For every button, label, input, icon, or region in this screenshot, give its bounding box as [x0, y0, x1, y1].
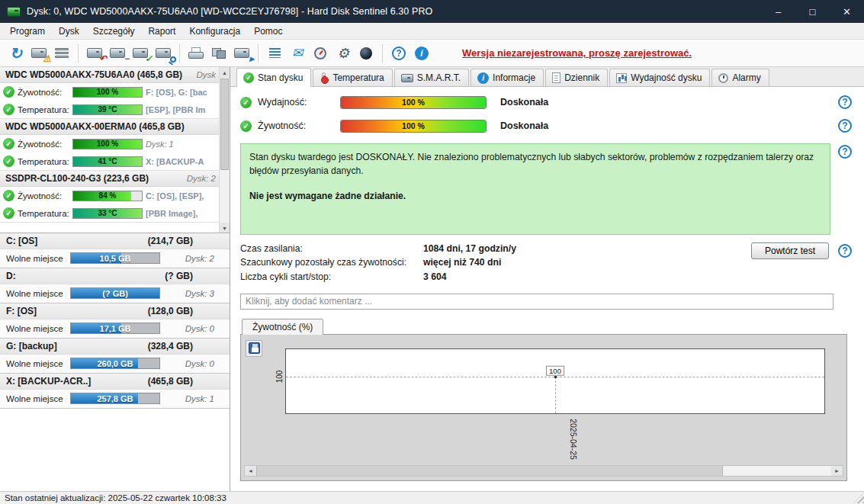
tab-smart[interactable]: S.M.A.R.T. [394, 69, 469, 86]
toolbar: ↻ ⚠ ↶ − ✓ ▸ ✉ ⚙ ? i Wersja niezarejestro… [0, 40, 864, 67]
menu-konfiguracja[interactable]: Konfiguracja [182, 24, 247, 39]
save-chart-button[interactable] [246, 340, 262, 357]
performance-button[interactable] [309, 42, 332, 65]
performance-label: Wydajność: [258, 97, 334, 108]
help-button[interactable]: ? [387, 42, 410, 65]
disk-title: WDC WD5000AAKX-75U6AA0 (465,8 GB) [5, 69, 182, 80]
print-button[interactable] [185, 42, 207, 65]
menu-program[interactable]: Program [3, 24, 52, 39]
unregistered-warning-link[interactable]: Wersja niezarejestrowana, proszę zarejes… [462, 47, 692, 59]
health-chart-panel: 100 100 2025-04-25 ◄ ► [240, 334, 847, 481]
scroll-down-icon[interactable]: ▼ [220, 223, 230, 233]
disk-remove-button[interactable]: − [106, 42, 129, 65]
toolbar-separator [179, 44, 180, 63]
tab-informacje[interactable]: iInformacje [471, 69, 544, 86]
maximize-button[interactable]: □ [795, 0, 830, 23]
health-bar: 100 % [72, 139, 143, 149]
health-gauge: 100 % [340, 120, 487, 133]
menu-raport[interactable]: Raport [141, 24, 182, 39]
tab-alarmy[interactable]: Alarmy [711, 69, 769, 86]
health-rating: Doskonała [500, 120, 548, 131]
free-space-bar: 17,1 GB [70, 323, 160, 334]
partition-entry-g[interactable]: G: [backup](328,4 GB) Wolne miejsce 260,… [0, 339, 230, 374]
disk-list-button[interactable] [50, 42, 73, 65]
disk-entry-2[interactable]: SSDPR-CL100-240-G3 (223,6 GB)Dysk: 2 ✓ Ż… [0, 171, 230, 223]
scroll-up-icon[interactable]: ▲ [220, 67, 230, 78]
performance-help-icon[interactable]: ? [838, 95, 852, 109]
tab-temperatura[interactable]: Temperatura [313, 69, 392, 86]
partition-disk-number: Dysk: 2 [185, 254, 222, 263]
health-help-icon[interactable]: ? [838, 119, 852, 133]
menu-dysk[interactable]: Dysk [52, 24, 86, 39]
settings-button[interactable]: ⚙ [332, 42, 355, 65]
device-button[interactable]: ▸ [230, 42, 253, 65]
toolbar-separator [258, 44, 259, 63]
disk-warning-button[interactable]: ⚠ [27, 42, 50, 65]
sphere-icon [360, 47, 372, 59]
summary-text: Stan dysku twardego jest DOSKONAŁY. Nie … [249, 151, 821, 178]
partition-disk-number: Dysk: 0 [185, 359, 222, 368]
scroll-left-icon[interactable]: ◄ [245, 466, 256, 476]
partition-name: D: [6, 271, 16, 281]
summary-action: Nie jest wymagane żadne działanie. [249, 190, 821, 204]
summary-help-icon[interactable]: ? [838, 145, 852, 159]
hardware-button[interactable] [207, 42, 230, 65]
send-mail-button[interactable]: ✉ [286, 42, 309, 65]
refresh-button[interactable]: ↻ [5, 42, 27, 65]
temp-label: Temperatura: [18, 209, 69, 218]
alarm-clock-icon [718, 73, 728, 83]
summary-section: Stan dysku twardego jest DOSKONAŁY. Nie … [240, 143, 852, 235]
toolbar-separator [78, 44, 79, 63]
network-button[interactable] [355, 42, 377, 65]
about-button[interactable]: i [410, 42, 433, 65]
partition-entry-x[interactable]: X: [BACKUP-ACR..](465,8 GB) Wolne miejsc… [0, 374, 230, 409]
disk-undo-button[interactable]: ↶ [83, 42, 106, 65]
scrollbar-thumb[interactable] [256, 466, 723, 476]
partition-entry-c[interactable]: C: [OS](214,7 GB) Wolne miejsce 10,5 GB … [0, 233, 230, 268]
performance-row: ✓ Wydajność: 100 % Doskonała ? [240, 94, 864, 111]
comment-input[interactable] [240, 294, 833, 310]
chart-scrollbar[interactable]: ◄ ► [244, 465, 843, 477]
menu-pomoc[interactable]: Pomoc [247, 24, 289, 39]
partition-disk-number: Dysk: 3 [185, 289, 222, 298]
tab-label: Informacje [493, 72, 535, 83]
tab-stan-dysku[interactable]: ✓Stan dysku [236, 68, 311, 87]
chart-tab-zywotnosc[interactable]: Żywotność (%) [242, 319, 323, 335]
refresh-icon: ↻ [10, 46, 23, 61]
free-space-label: Wolne miejsce [6, 359, 66, 368]
tab-label: Alarmy [732, 72, 760, 83]
disk-search-button[interactable] [152, 42, 175, 65]
report-button[interactable] [263, 42, 286, 65]
resize-grip[interactable] [853, 493, 864, 503]
disk-list-scrollbar[interactable]: ▲ ▼ [219, 67, 230, 233]
close-button[interactable]: ✕ [830, 0, 864, 23]
disk-entry-1[interactable]: WDC WD5000AAKX-00ERMA0 (465,8 GB) ✓ Żywo… [0, 119, 230, 171]
partition-entry-d[interactable]: D:(? GB) Wolne miejsce (? GB) Dysk: 3 [0, 268, 230, 303]
scrollbar-thumb[interactable] [220, 79, 229, 170]
info-icon: i [415, 47, 429, 60]
partition-size: (128,0 GB) [148, 306, 223, 316]
tab-label: Stan dysku [258, 72, 303, 83]
retest-help-icon[interactable]: ? [838, 244, 852, 258]
partition-entry-f[interactable]: F: [OS](128,0 GB) Wolne miejsce 17,1 GB … [0, 303, 230, 339]
health-chart-plot: 100 100 2025-04-25 [285, 348, 825, 414]
minimize-button[interactable]: – [761, 0, 795, 23]
health-label: Żywotność: [258, 120, 334, 131]
health-summary-box: Stan dysku twardego jest DOSKONAŁY. Nie … [240, 143, 830, 235]
tab-dziennik[interactable]: Dziennik [545, 69, 608, 86]
performance-rating: Doskonała [500, 97, 548, 108]
tab-wydajnosc-dysku[interactable]: Wydajność dysku [609, 69, 710, 86]
free-space-label: Wolne miejsce [6, 394, 66, 403]
disk-volumes: X: [BACKUP-A [146, 157, 217, 166]
retest-button[interactable]: Powtórz test [751, 242, 829, 259]
disk-entry-0[interactable]: WDC WD5000AAKX-75U6AA0 (465,8 GB)Dysk ✓ … [0, 67, 230, 119]
status-bar: Stan ostatniej aktualizacji: 2025-05-22 … [0, 491, 864, 504]
temp-bar: 41 °C [72, 156, 143, 167]
menu-szczegoly[interactable]: Szczegóły [86, 24, 142, 39]
temp-label: Temperatura: [18, 157, 69, 166]
info-icon: i [477, 72, 489, 84]
disk-list: WDC WD5000AAKX-75U6AA0 (465,8 GB)Dysk ✓ … [0, 67, 230, 233]
scroll-right-icon[interactable]: ► [831, 466, 843, 476]
tab-label: Wydajność dysku [631, 72, 702, 83]
disk-accept-button[interactable]: ✓ [129, 42, 152, 65]
